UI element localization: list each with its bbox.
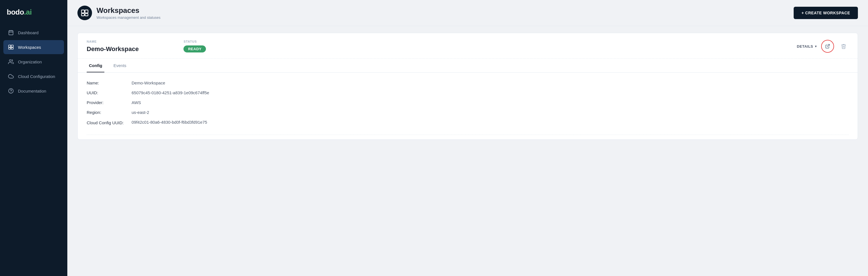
sidebar-item-cloud-configuration[interactable]: Cloud Configuration — [3, 69, 64, 83]
svg-rect-6 — [9, 48, 11, 49]
sidebar-item-documentation[interactable]: Documentation — [3, 84, 64, 98]
header-title-group: Workspaces Workspaces management and sta… — [96, 6, 160, 20]
workspace-name-label: NAME — [87, 40, 138, 43]
organization-icon — [8, 59, 14, 65]
sidebar-nav: Dashboard Workspaces — [0, 26, 67, 276]
details-button[interactable]: DETAILS ▾ — [797, 44, 817, 49]
status-badge: READY — [184, 45, 206, 53]
tabs: Config Events — [78, 59, 858, 73]
external-link-icon — [825, 44, 830, 49]
config-value: Demo-Workspace — [131, 81, 165, 85]
sidebar-item-organization[interactable]: Organization — [3, 55, 64, 69]
svg-rect-5 — [11, 45, 13, 48]
config-key: Name: — [87, 81, 131, 85]
config-value: us-east-2 — [131, 110, 149, 115]
workspace-card-header: NAME Demo-Workspace STATUS READY DETAILS… — [78, 33, 858, 59]
cloud-icon — [8, 73, 14, 80]
calendar-icon — [8, 29, 14, 36]
config-value: 65079c45-0180-4251-a839-1e09c674ff5e — [131, 90, 209, 95]
config-content: Name: Demo-Workspace UUID: 65079c45-0180… — [78, 73, 858, 135]
delete-workspace-button[interactable] — [839, 41, 849, 51]
sidebar-item-label: Cloud Configuration — [18, 74, 55, 79]
logo-main: bodo — [7, 8, 24, 16]
svg-line-15 — [827, 44, 830, 47]
config-row-uuid: UUID: 65079c45-0180-4251-a839-1e09c674ff… — [87, 90, 849, 95]
sidebar-item-workspaces[interactable]: Workspaces — [3, 40, 64, 54]
help-icon — [8, 88, 14, 94]
config-key: UUID: — [87, 90, 131, 95]
svg-rect-12 — [85, 10, 88, 13]
sidebar-item-label: Organization — [18, 59, 42, 64]
create-workspace-label: + CREATE WORKSPACE — [802, 11, 850, 15]
tab-events[interactable]: Events — [111, 59, 128, 72]
svg-rect-7 — [11, 48, 13, 49]
workspace-card: NAME Demo-Workspace STATUS READY DETAILS… — [78, 33, 858, 140]
config-value: AWS — [131, 100, 141, 105]
svg-rect-0 — [9, 31, 13, 35]
config-row-provider: Provider: AWS — [87, 100, 849, 105]
content-area: NAME Demo-Workspace STATUS READY DETAILS… — [67, 26, 868, 276]
logo: bodo.ai — [0, 0, 67, 26]
header-icon-box — [78, 6, 92, 20]
header-left: Workspaces Workspaces management and sta… — [78, 6, 160, 20]
tab-config[interactable]: Config — [87, 59, 104, 72]
page-title: Workspaces — [96, 6, 160, 15]
workspace-status-label: STATUS — [184, 40, 206, 43]
open-workspace-button[interactable] — [821, 40, 834, 53]
sidebar-item-label: Documentation — [18, 89, 46, 93]
workspace-name-group: NAME Demo-Workspace — [87, 40, 138, 53]
card-bottom-divider — [87, 135, 849, 140]
workspaces-icon — [8, 44, 14, 50]
page-header: Workspaces Workspaces management and sta… — [67, 0, 868, 26]
config-table: Name: Demo-Workspace UUID: 65079c45-0180… — [87, 81, 849, 126]
svg-rect-14 — [85, 13, 88, 16]
main-content: Workspaces Workspaces management and sta… — [67, 0, 868, 276]
create-workspace-button[interactable]: + CREATE WORKSPACE — [794, 7, 858, 19]
workspace-actions: DETAILS ▾ — [797, 40, 849, 53]
workspaces-header-icon — [81, 9, 89, 17]
page-subtitle: Workspaces management and statuses — [96, 16, 160, 20]
logo-text: bodo.ai — [7, 8, 32, 16]
trash-icon — [841, 43, 846, 49]
sidebar-item-label: Workspaces — [18, 45, 41, 50]
svg-rect-4 — [9, 45, 11, 48]
sidebar-item-dashboard[interactable]: Dashboard — [3, 26, 64, 39]
svg-rect-13 — [81, 13, 85, 16]
config-key: Provider: — [87, 100, 131, 105]
workspace-name-value: Demo-Workspace — [87, 45, 138, 53]
sidebar-item-label: Dashboard — [18, 30, 38, 35]
config-row-name: Name: Demo-Workspace — [87, 81, 849, 85]
config-row-region: Region: us-east-2 — [87, 110, 849, 115]
config-row-cloud-config-uuid: Cloud Config UUID: 09f42c01-80a6-4830-bd… — [87, 120, 849, 126]
workspace-status-group: STATUS READY — [184, 40, 206, 53]
details-label: DETAILS — [797, 44, 813, 49]
config-key: Cloud Config UUID: — [87, 120, 131, 126]
config-value: 09f42c01-80a6-4830-bd0f-f6bd3fd91e75 — [131, 120, 207, 125]
sidebar: bodo.ai Dashboard — [0, 0, 67, 276]
config-key: Region: — [87, 110, 131, 115]
logo-ai: ai — [26, 8, 32, 16]
chevron-down-icon: ▾ — [815, 44, 817, 48]
svg-point-8 — [9, 60, 11, 62]
svg-rect-11 — [81, 10, 85, 13]
